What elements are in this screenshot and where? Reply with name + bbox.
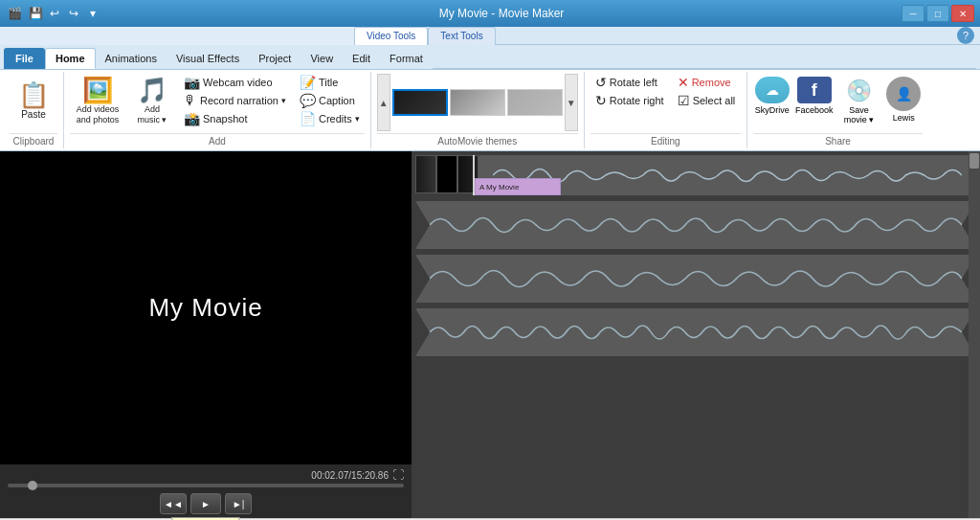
remove-button[interactable]: ✕ Remove: [673, 74, 741, 91]
add-videos-button[interactable]: 🖼️ Add videosand photos: [70, 74, 125, 129]
help-button[interactable]: ?: [957, 27, 974, 44]
playback-buttons: ◄◄ ► ►|: [160, 493, 252, 514]
minimize-button[interactable]: ─: [902, 5, 924, 22]
video-tools-tab[interactable]: Video Tools: [354, 27, 428, 45]
title-label-bar[interactable]: A My Movie: [475, 178, 561, 195]
track-3[interactable]: [415, 255, 976, 303]
preview-controls: 00:02.07/15:20.86 ⛶ ◄◄ ► ►|: [0, 464, 412, 518]
tab-edit[interactable]: Edit: [343, 48, 380, 69]
clipboard-group: 📋 Paste Clipboard: [4, 72, 64, 148]
theme-list: [392, 89, 563, 116]
text-tools-tab[interactable]: Text Tools: [428, 27, 495, 45]
title-label: Title: [319, 77, 338, 88]
fullscreen-button[interactable]: ⛶: [392, 468, 404, 482]
theme-scroll-down[interactable]: ▼: [565, 74, 578, 131]
theme-2[interactable]: [450, 89, 505, 116]
facebook-label: Facebook: [795, 105, 834, 115]
clipboard-group-content: 📋 Paste: [10, 74, 57, 131]
webcam-icon: 📷: [184, 75, 200, 90]
tab-project[interactable]: Project: [249, 48, 301, 69]
add-group: 🖼️ Add videosand photos 🎵 Addmusic ▾ 📷 W…: [64, 72, 371, 148]
remove-label: Remove: [692, 77, 731, 88]
quick-access-dropdown[interactable]: ▾: [84, 5, 101, 22]
video-clip-2[interactable]: [436, 155, 457, 193]
title-icon: 📝: [300, 75, 316, 90]
title-button[interactable]: 📝 Title: [295, 74, 365, 91]
next-frame-button[interactable]: ►|: [225, 493, 252, 514]
tab-file[interactable]: File: [4, 48, 45, 69]
video-clip-1[interactable]: [415, 155, 436, 193]
seek-bar[interactable]: [8, 484, 404, 487]
profile-button[interactable]: 👤 Lewis: [884, 74, 923, 125]
add-videos-icon: 🖼️: [82, 78, 113, 102]
snapshot-icon: 📸: [184, 111, 200, 126]
clipboard-label: Clipboard: [10, 133, 57, 148]
record-narration-button[interactable]: 🎙 Record narration ▾: [179, 92, 291, 109]
editing-label: Editing: [590, 133, 741, 148]
save-movie-button[interactable]: 💿 Savemovie ▾: [837, 74, 881, 129]
caption-button[interactable]: 💬 Caption: [295, 92, 365, 109]
share-group: ☁ SkyDrive f Facebook 💿 Savemovie ▾ 👤 Le…: [747, 72, 929, 148]
preview-video: My Movie: [0, 151, 412, 464]
theme-scroll-container: ▲ ▼: [377, 74, 578, 131]
tab-visual-effects[interactable]: Visual Effects: [167, 48, 249, 69]
track-3-arrow-left: [415, 255, 430, 303]
theme-3[interactable]: [507, 89, 563, 116]
close-button[interactable]: ✕: [951, 5, 974, 22]
webcam-video-button[interactable]: 📷 Webcam video: [179, 74, 291, 91]
select-all-button[interactable]: ☑ Select all: [673, 92, 741, 109]
snapshot-label: Snapshot: [203, 113, 247, 124]
add-videos-label: Add videosand photos: [77, 104, 120, 125]
credits-icon: 📄: [300, 111, 316, 126]
tab-view[interactable]: View: [301, 48, 343, 69]
waveform-1: [493, 155, 962, 195]
maximize-button[interactable]: □: [926, 5, 949, 22]
redo-button[interactable]: ↪: [65, 5, 82, 22]
snapshot-button[interactable]: 📸 Snapshot: [179, 110, 291, 127]
rotate-left-button[interactable]: ↺ Rotate left: [590, 74, 669, 91]
profile-label: Lewis: [893, 113, 915, 123]
prev-frame-button[interactable]: ◄◄: [160, 493, 187, 514]
select-all-label: Select all: [693, 95, 736, 106]
editing-content: ↺ Rotate left ↻ Rotate right ✕ Remove ☑ …: [590, 74, 741, 131]
timeline-scrollbar[interactable]: [969, 151, 980, 518]
seek-handle[interactable]: [28, 481, 37, 490]
skydrive-icon: ☁: [755, 77, 790, 103]
record-narration-dropdown[interactable]: ▾: [281, 96, 286, 105]
rotate-col: ↺ Rotate left ↻ Rotate right: [590, 74, 669, 109]
timeline-tracks[interactable]: A My Movie: [412, 151, 980, 518]
tab-animations[interactable]: Animations: [96, 48, 167, 69]
facebook-button[interactable]: f Facebook: [795, 74, 834, 118]
tab-home[interactable]: Home: [45, 48, 96, 69]
profile-avatar: 👤: [886, 77, 921, 111]
credits-button[interactable]: 📄 Credits ▾: [295, 110, 365, 127]
tab-format[interactable]: Format: [380, 48, 433, 69]
undo-button[interactable]: ↩: [46, 5, 63, 22]
play-button[interactable]: ►: [190, 493, 221, 514]
quick-access-toolbar: 💾 ↩ ↪ ▾: [27, 5, 101, 22]
theme-scroll-up[interactable]: ▲: [377, 74, 390, 131]
save-movie-label: Savemovie ▾: [844, 105, 875, 124]
paste-button[interactable]: 📋 Paste: [10, 74, 57, 129]
add-music-button[interactable]: 🎵 Addmusic ▾: [129, 74, 175, 129]
waveform-3: [430, 255, 962, 303]
paste-label: Paste: [21, 109, 46, 121]
playhead: [473, 155, 475, 195]
scroll-thumb[interactable]: [969, 153, 979, 169]
share-label: Share: [753, 133, 924, 148]
rotate-right-button[interactable]: ↻ Rotate right: [590, 92, 669, 109]
track-2[interactable]: [415, 201, 976, 249]
theme-1[interactable]: [392, 89, 448, 116]
record-narration-label: Record narration: [200, 95, 278, 106]
rotate-left-icon: ↺: [595, 75, 607, 90]
add-music-label: Addmusic ▾: [137, 104, 167, 125]
credits-dropdown[interactable]: ▾: [355, 114, 360, 124]
webcam-label: Webcam video: [203, 77, 273, 88]
track-4[interactable]: [415, 308, 976, 356]
skydrive-button[interactable]: ☁ SkyDrive: [753, 74, 791, 118]
save-quick-button[interactable]: 💾: [27, 5, 44, 22]
share-content: ☁ SkyDrive f Facebook 💿 Savemovie ▾ 👤 Le…: [753, 74, 924, 131]
editing-group: ↺ Rotate left ↻ Rotate right ✕ Remove ☑ …: [585, 72, 747, 148]
time-display: 00:02.07/15:20.86 ⛶: [8, 468, 404, 482]
text-buttons: 📝 Title 💬 Caption 📄 Credits ▾: [295, 74, 365, 127]
